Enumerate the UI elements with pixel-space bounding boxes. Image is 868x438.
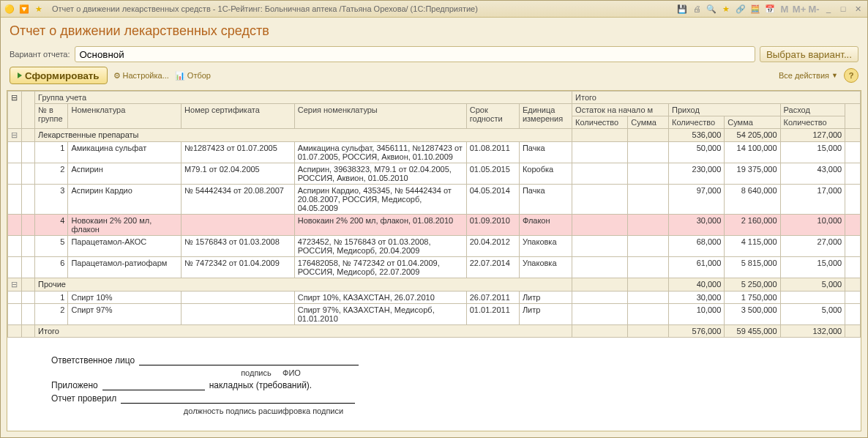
cell-in-qty: 230,000	[669, 163, 725, 185]
group-in-sum: 54 205,000	[725, 129, 780, 142]
calendar-icon[interactable]: 📅	[763, 3, 777, 15]
cell-unit: Литр	[519, 292, 572, 304]
form-report-label: Сформировать	[25, 70, 100, 81]
col-in-qty: Количество	[669, 116, 725, 129]
cell	[628, 163, 669, 185]
cell-in-qty: 68,000	[669, 236, 725, 257]
choose-variant-button[interactable]: Выбрать вариант...	[760, 46, 858, 62]
col-out-qty: Количество	[780, 116, 845, 129]
cell	[845, 129, 861, 142]
table-row[interactable]: 2Спирт 97%Спирт 97%, КАЗАХСТАН, Медисорб…	[8, 304, 861, 325]
cell-exp: 01.09.2010	[466, 215, 519, 236]
cell-nomen: Аспирин Кардио	[68, 185, 182, 215]
tree-expand-all[interactable]: ⊟	[8, 92, 22, 129]
table-row[interactable]: 4Новокаин 2% 200 мл, флаконНовокаин 2% 2…	[8, 215, 861, 236]
cell	[572, 304, 628, 325]
close-button[interactable]: ✕	[851, 3, 864, 15]
cell-in-sum: 14 100,000	[725, 142, 780, 163]
link-icon[interactable]: 🔗	[734, 3, 747, 15]
zoom-out-button[interactable]: M-	[807, 3, 820, 15]
table-row[interactable]: 3Аспирин Кардио№ 54442434 от 20.08.2007А…	[8, 185, 861, 215]
table-row[interactable]: 2АспиринМ79.1 от 02.04.2005Аспирин, 3963…	[8, 163, 861, 185]
toolbar: Сформировать ⚙Настройка... 📊Отбор Все де…	[1, 64, 867, 87]
cell-series: Новокаин 2% 200 мл, флакон, 01.08.2010	[294, 215, 466, 236]
cell-in-qty: 10,000	[669, 304, 725, 325]
report-scroll[interactable]: ⊟ Группа учета Итого № в группе Номенкла…	[7, 91, 861, 431]
col-start: Остаток на начало м	[572, 104, 669, 116]
cell-cert	[182, 215, 295, 236]
cell-no: 1	[35, 142, 68, 163]
cell	[572, 278, 628, 292]
cell-series: Амикацина сульфат, 3456111, №1287423 от …	[294, 142, 466, 163]
all-actions-label: Все действия	[779, 71, 829, 80]
cell-cert: № 1576843 от 01.03.2008	[182, 236, 295, 257]
cell-out-qty: 10,000	[780, 215, 845, 236]
invoices-label: накладных (требований).	[209, 380, 312, 390]
cell	[845, 236, 861, 257]
favorite-star-icon[interactable]: ★	[33, 3, 45, 15]
help-button[interactable]: ?	[844, 68, 858, 83]
cell-no: 2	[35, 163, 68, 185]
cell-nomen: Парацетамол-ратиофарм	[68, 257, 182, 278]
table-row[interactable]: 5Парацетамол-АКОС№ 1576843 от 01.03.2008…	[8, 236, 861, 257]
maximize-button[interactable]: □	[837, 3, 850, 15]
all-actions-button[interactable]: Все действия ▼	[779, 71, 838, 80]
cell-nomen: Новокаин 2% 200 мл, флакон	[68, 215, 182, 236]
cell-out-qty: 15,000	[780, 257, 845, 278]
cell	[628, 142, 669, 163]
cell	[572, 163, 628, 185]
preview-icon[interactable]: 🔍	[705, 3, 718, 15]
cell-no: 6	[35, 257, 68, 278]
zoom-in-button[interactable]: M+	[793, 3, 806, 15]
group-row: ⊟Лекарственные препараты536,00054 205,00…	[8, 129, 861, 142]
cell-unit: Литр	[519, 304, 572, 325]
cell-cert	[182, 304, 295, 325]
cell-series: Спирт 97%, КАЗАХСТАН, Медисорб, 01.01.20…	[294, 304, 466, 325]
variant-label: Вариант отчета:	[10, 50, 70, 59]
minimize-button[interactable]: _	[822, 3, 835, 15]
cell	[845, 325, 861, 338]
cell	[628, 129, 669, 142]
variant-input[interactable]	[75, 46, 755, 62]
cell-in-qty: 61,000	[669, 257, 725, 278]
cell	[572, 325, 628, 338]
cell-series: Аспирин, 39638323, М79.1 от 02.04.2005, …	[294, 163, 466, 185]
cell	[845, 304, 861, 325]
window-title: Отчет о движении лекарственных средств -…	[52, 4, 478, 13]
cell	[628, 304, 669, 325]
col-group: Группа учета	[35, 92, 572, 104]
form-report-button[interactable]: Сформировать	[10, 67, 108, 84]
col-unit: Единица измерения	[519, 104, 572, 129]
app-window: 🟡 🔽 ★ Отчет о движении лекарственных сре…	[0, 0, 868, 438]
cell	[628, 236, 669, 257]
filter-button[interactable]: 📊Отбор	[175, 71, 211, 81]
cell-unit: Флакон	[519, 215, 572, 236]
report-footer: Ответственное лицо подпись ФИО Приложено…	[7, 338, 861, 430]
cell-in-sum: 8 640,000	[725, 185, 780, 215]
table-row[interactable]: 6Парацетамол-ратиофарм№ 7472342 от 01.04…	[8, 257, 861, 278]
zoom-reset-button[interactable]: M	[778, 3, 791, 15]
cell-in-sum: 3 500,000	[725, 304, 780, 325]
cell	[628, 292, 669, 304]
tree-toggle[interactable]: ⊟	[8, 129, 22, 142]
cell-in-sum: 5 815,000	[725, 257, 780, 278]
tree-toggle[interactable]: ⊟	[8, 278, 22, 292]
cell-in-sum: 4 115,000	[725, 236, 780, 257]
dropdown-icon[interactable]: 🔽	[18, 3, 30, 15]
cell-in-sum: 2 160,000	[725, 215, 780, 236]
cell-out-qty: 17,000	[780, 185, 845, 215]
header-row-1: ⊟ Группа учета Итого	[8, 92, 861, 104]
settings-button[interactable]: ⚙Настройка...	[113, 71, 169, 81]
cell	[845, 278, 861, 292]
star-icon[interactable]: ★	[719, 3, 733, 15]
table-row[interactable]: 1Амикацина сульфат№1287423 от 01.07.2005…	[8, 142, 861, 163]
cell-in-sum: 1 750,000	[725, 292, 780, 304]
cell-unit: Упаковка	[519, 257, 572, 278]
col-expense: Расход	[780, 104, 845, 116]
table-row[interactable]: 1Спирт 10%Спирт 10%, КАЗАХСТАН, 26.07.20…	[8, 292, 861, 304]
save-icon[interactable]: 💾	[676, 3, 689, 15]
group-in-qty: 40,000	[669, 278, 725, 292]
print-icon[interactable]: 🖨	[690, 3, 703, 15]
cell-nomen: Амикацина сульфат	[68, 142, 182, 163]
calc-icon[interactable]: 🧮	[749, 3, 762, 15]
